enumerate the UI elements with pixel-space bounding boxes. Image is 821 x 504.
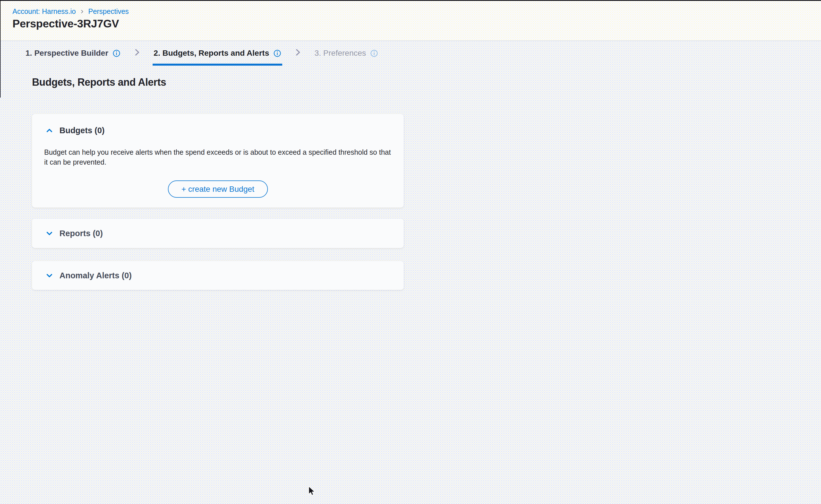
anomaly-alerts-accordion-toggle[interactable]: Anomaly Alerts (0) bbox=[32, 261, 404, 290]
reports-card: Reports (0) bbox=[32, 219, 404, 248]
anomaly-alerts-title: Anomaly Alerts (0) bbox=[59, 271, 132, 280]
info-icon[interactable] bbox=[370, 49, 378, 57]
mouse-cursor-icon bbox=[306, 485, 318, 497]
create-new-budget-button[interactable]: + create new Budget bbox=[168, 180, 268, 198]
chevron-down-icon bbox=[46, 272, 53, 279]
reports-title: Reports (0) bbox=[59, 229, 103, 238]
reports-accordion-toggle[interactable]: Reports (0) bbox=[32, 219, 404, 248]
breadcrumb-perspectives-link[interactable]: Perspectives bbox=[88, 7, 129, 16]
tab-perspective-builder-label: 1. Perspective Builder bbox=[25, 49, 108, 58]
section-heading: Budgets, Reports and Alerts bbox=[32, 76, 166, 88]
breadcrumb-account-link[interactable]: Account: Harness.io bbox=[12, 7, 76, 16]
budgets-accordion-toggle[interactable]: Budgets (0) bbox=[32, 114, 404, 135]
chevron-right-icon bbox=[294, 41, 302, 66]
tab-perspective-builder[interactable]: 1. Perspective Builder bbox=[24, 41, 121, 66]
page-title: Perspective-3RJ7GV bbox=[12, 18, 119, 30]
chevron-right-icon bbox=[133, 41, 141, 66]
wizard-tabs: 1. Perspective Builder 2. Budgets, Repor… bbox=[24, 41, 379, 66]
tab-preferences-label: 3. Preferences bbox=[315, 49, 366, 58]
budgets-title: Budgets (0) bbox=[59, 126, 105, 135]
info-icon[interactable] bbox=[274, 49, 281, 57]
app-screen: Account: Harness.io Perspectives Perspec… bbox=[0, 0, 821, 504]
chevron-up-icon bbox=[46, 127, 53, 134]
chevron-right-icon bbox=[80, 9, 84, 14]
screen-top-border bbox=[0, 0, 821, 1]
tab-preferences[interactable]: 3. Preferences bbox=[313, 41, 379, 66]
screen-left-border bbox=[0, 0, 1, 98]
info-icon[interactable] bbox=[113, 49, 120, 57]
budgets-description: Budget can help you receive alerts when … bbox=[44, 147, 391, 167]
anomaly-alerts-card: Anomaly Alerts (0) bbox=[32, 261, 404, 290]
tab-budgets-reports-alerts[interactable]: 2. Budgets, Reports and Alerts bbox=[152, 41, 282, 66]
page-header: Account: Harness.io Perspectives Perspec… bbox=[0, 0, 821, 41]
chevron-down-icon bbox=[46, 230, 53, 237]
breadcrumb: Account: Harness.io Perspectives bbox=[12, 7, 129, 16]
budgets-card: Budgets (0) Budget can help you receive … bbox=[32, 114, 404, 208]
tab-budgets-reports-alerts-label: 2. Budgets, Reports and Alerts bbox=[154, 49, 269, 58]
